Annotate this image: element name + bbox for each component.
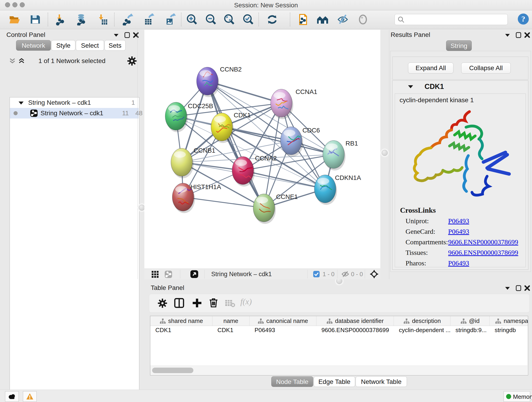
node-HIST1H1A[interactable]: HIST1H1A <box>172 183 221 213</box>
results-panel-maximize-button[interactable] <box>515 31 522 39</box>
left-splitter-grip[interactable] <box>139 205 145 211</box>
results-panel-close-button[interactable] <box>523 31 531 39</box>
hidden-counts: 0 - 0 <box>351 271 363 278</box>
tab-sets[interactable]: Sets <box>104 40 126 51</box>
table-panel-maximize-button[interactable] <box>515 284 522 292</box>
table-panel-float-button[interactable] <box>504 284 511 292</box>
hide-selected-eye-icon[interactable] <box>337 13 349 26</box>
control-panel-maximize-button[interactable] <box>123 31 131 39</box>
add-column-icon[interactable] <box>192 298 202 308</box>
expand-all-icon[interactable] <box>17 57 26 65</box>
network-collection-row[interactable]: String Network – cdk1 1 <box>10 97 139 108</box>
show-all-eye-icon[interactable] <box>357 13 369 26</box>
column-header-namespace[interactable]: namespace <box>490 316 528 326</box>
node-CCNB2[interactable]: CCNB2 <box>196 66 242 97</box>
network-node-count: 11 <box>122 109 129 117</box>
refresh-icon[interactable] <box>266 13 278 26</box>
table-cell[interactable]: 9606.ENSP00000378699 <box>317 326 394 334</box>
splitter-line <box>389 30 389 279</box>
show-columns-icon[interactable] <box>174 298 184 308</box>
right-splitter-grip[interactable] <box>382 150 388 156</box>
network-canvas[interactable]: CCNB2CCNA1CDC25BCDK1CDC6RB1CCNB1CCNA2CDK… <box>144 30 380 269</box>
memory-button[interactable]: Memory <box>504 391 530 402</box>
table-cell[interactable]: P06493 <box>249 326 317 334</box>
column-type-icon <box>495 318 501 324</box>
table-cell[interactable]: CDK1 <box>212 326 249 334</box>
tab-network[interactable]: Network <box>16 40 51 51</box>
network-options-gear-icon[interactable] <box>127 56 137 66</box>
zoom-selected-icon[interactable] <box>242 13 254 26</box>
birds-eye-view-icon[interactable] <box>151 270 159 278</box>
control-panel-close-button[interactable] <box>132 31 140 39</box>
expand-all-button[interactable]: Expand All <box>408 63 453 74</box>
zoom-out-icon[interactable] <box>205 13 217 26</box>
collapse-all-button[interactable]: Collapse All <box>461 63 511 74</box>
tab-string[interactable]: String <box>446 40 472 51</box>
tab-select[interactable]: Select <box>76 40 104 51</box>
table-cell[interactable]: stringdb <box>490 326 528 334</box>
table-row[interactable]: CDK1CDK1P064939606.ENSP00000378699cyclin… <box>150 326 528 334</box>
cloud-status-button[interactable] <box>5 391 19 402</box>
crosslink-link[interactable]: 9606.ENSP00000378699 <box>448 238 518 246</box>
network-home-icon[interactable] <box>317 13 329 26</box>
node-CCNA1[interactable]: CCNA1 <box>271 88 317 119</box>
column-header-database-identifier[interactable]: database identifier <box>317 316 394 326</box>
crosslink-link[interactable]: P06493 <box>448 217 469 225</box>
results-panel-float-button[interactable] <box>504 31 511 39</box>
open-in-window-icon[interactable] <box>190 270 198 278</box>
collapse-section-icon[interactable] <box>408 84 413 89</box>
node-CCNE1[interactable]: CCNE1 <box>253 193 298 224</box>
warning-status-button[interactable] <box>23 391 37 402</box>
tab-network-table[interactable]: Network Table <box>355 376 407 387</box>
import-table-file-icon[interactable] <box>97 13 109 26</box>
import-network-file-icon[interactable] <box>55 13 67 26</box>
search-input[interactable] <box>407 15 505 23</box>
column-header-canonical-name[interactable]: canonical name <box>249 316 317 326</box>
export-image-icon[interactable] <box>164 13 176 26</box>
crosslink-link[interactable]: P06493 <box>448 228 469 235</box>
export-network-icon[interactable] <box>123 13 134 26</box>
table-cell[interactable]: CDK1 <box>150 326 212 334</box>
crosslink-link[interactable]: P06493 <box>448 259 469 267</box>
fit-selected-crosshair-icon[interactable] <box>369 269 379 279</box>
help-icon[interactable]: ? <box>517 13 529 25</box>
save-session-icon[interactable] <box>29 13 41 26</box>
control-panel-float-button[interactable] <box>112 31 120 39</box>
table-cell[interactable]: cyclin-dependent ... <box>394 326 450 334</box>
node-CDC6[interactable]: CDC6 <box>280 127 320 157</box>
tab-style[interactable]: Style <box>51 40 75 51</box>
node-table[interactable]: shared namenamecanonical namedatabase id… <box>150 316 528 375</box>
collapse-all-icon[interactable] <box>8 57 17 65</box>
edge-CCNA2-CDKN1A[interactable] <box>243 171 325 189</box>
table-panel-close-button[interactable] <box>523 284 531 292</box>
crosslink-link[interactable]: 9606.ENSP00000378699 <box>448 249 518 256</box>
zoom-fit-icon[interactable] <box>223 13 235 26</box>
network-view-indicator <box>13 111 18 115</box>
column-header-description[interactable]: description <box>394 316 450 326</box>
share-document-icon[interactable] <box>298 13 310 26</box>
string-network-graph[interactable]: CCNB2CCNA1CDC25BCDK1CDC6RB1CCNB1CCNA2CDK… <box>144 30 380 269</box>
column-header--id[interactable]: @id <box>450 316 490 326</box>
node-RB1[interactable]: RB1 <box>323 140 358 171</box>
node-CDKN1A[interactable]: CDKN1A <box>314 174 361 205</box>
node-CDC25B[interactable]: CDC25B <box>165 102 213 132</box>
node-label-CCNA1: CCNA1 <box>296 88 317 95</box>
network-row[interactable]: String Network – cdk1 11 48 <box>10 108 139 119</box>
table-settings-gear-icon[interactable] <box>157 298 167 308</box>
column-header-shared-name[interactable]: shared name <box>150 316 212 326</box>
selected-count-checkbox-icon[interactable] <box>313 271 320 278</box>
table-horizontal-scrollbar[interactable] <box>150 366 527 375</box>
export-table-icon[interactable] <box>143 13 155 26</box>
delete-column-icon[interactable] <box>208 297 219 308</box>
scrollbar-thumb[interactable] <box>152 368 193 373</box>
table-cell[interactable]: stringdb:9... <box>450 326 490 334</box>
tab-edge-table[interactable]: Edge Table <box>314 376 355 387</box>
open-session-icon[interactable] <box>9 13 21 26</box>
column-header-name[interactable]: name <box>212 316 249 326</box>
zoom-in-icon[interactable] <box>186 13 198 26</box>
tab-node-table[interactable]: Node Table <box>271 376 313 387</box>
node-CDK1[interactable]: CDK1 <box>211 112 251 143</box>
edge-HIST1H1A-CCNE1[interactable] <box>183 197 264 208</box>
import-network-database-icon[interactable] <box>76 13 88 26</box>
network-overview-icon[interactable] <box>165 270 172 278</box>
